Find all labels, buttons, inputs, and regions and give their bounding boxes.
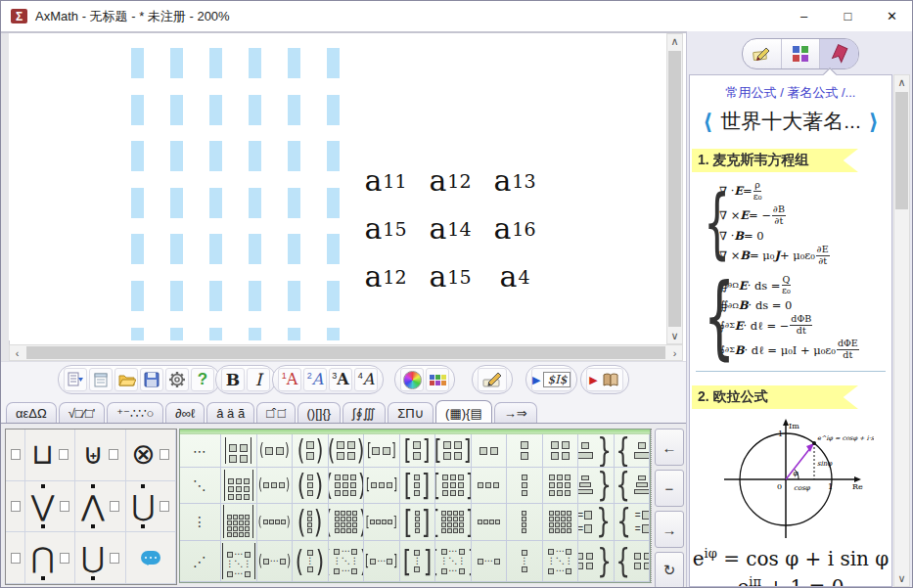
comment-bubble-button[interactable]	[126, 532, 176, 584]
placeholder-slot[interactable]	[327, 281, 340, 311]
plain-matrix-template-3[interactable]	[543, 468, 579, 503]
placeholder-slot[interactable]	[327, 328, 340, 340]
main-menu-button[interactable]	[64, 368, 87, 391]
dots-template-3[interactable]: ⋱	[180, 468, 221, 503]
placeholder-slot[interactable]	[209, 141, 222, 171]
canvas-vertical-scrollbar[interactable]: ∧ ∨	[666, 33, 683, 344]
nary-operator-template[interactable]: ⋃	[75, 532, 125, 584]
close-button[interactable]: ✕	[870, 1, 913, 31]
nary-operator-template[interactable]: ⋁	[25, 481, 75, 533]
panel-nav-back-button[interactable]: ←	[655, 429, 684, 466]
plain-row-vector-template-n[interactable]: ⋯	[472, 541, 508, 582]
placeholder-slot[interactable]	[131, 48, 144, 78]
bracket-col-vector-template-3[interactable]: []	[400, 468, 436, 503]
breadcrumb[interactable]: 常用公式 / 著名公式 /...	[690, 84, 891, 102]
placeholder-slot[interactable]	[170, 281, 183, 311]
determinant-template-4[interactable]	[221, 504, 257, 541]
determinant-template-2[interactable]	[221, 434, 257, 468]
placeholder-slot[interactable]	[131, 281, 144, 311]
matrix-entry[interactable]: a16	[482, 204, 547, 252]
euler-unit-circle-diagram[interactable]: Im Re 0 1 1 φ sinφ cosφ e^iφ = cosφ + i·…	[708, 413, 874, 542]
matrix-entry[interactable]: a13	[482, 157, 547, 204]
sidebar-scroll-thumb[interactable]	[895, 92, 908, 209]
bracket-row-vector-template-2[interactable]: []	[364, 434, 400, 468]
placeholder-slot[interactable]	[131, 141, 144, 171]
dots-template-2[interactable]: ⋯	[180, 434, 221, 468]
panel-nav-redo-button[interactable]: ↻	[655, 552, 684, 588]
placeholder-slot[interactable]	[131, 188, 144, 218]
operator-placeholder-cell[interactable]	[6, 481, 25, 533]
placeholder-slot[interactable]	[249, 141, 261, 171]
paren-col-vector-template-3[interactable]: ()	[293, 468, 329, 503]
font-style-3-button[interactable]: 3 A	[329, 368, 352, 391]
tab-integrals[interactable]: ∫∮∭	[342, 402, 386, 423]
plain-col-vector-template-4[interactable]	[507, 504, 543, 541]
bold-button[interactable]: B	[221, 368, 245, 391]
left-brace-cases-template-4[interactable]: {==	[615, 504, 651, 541]
maxwell-integral-equations[interactable]: { ∯∂Ω E · ds = Qε₀∯∂Ω B · ds = 0∮∂Σ E · …	[704, 275, 891, 362]
tex-input-button[interactable]: ▶ $I$	[531, 368, 571, 391]
placeholder-slot[interactable]	[170, 48, 183, 78]
collection-title[interactable]: 世界十大著名...	[720, 108, 861, 135]
plain-row-vector-template-2[interactable]	[472, 434, 508, 468]
formula-library-button[interactable]: ▶	[586, 368, 623, 391]
paren-row-vector-template-2[interactable]: ()	[257, 434, 294, 468]
bracket-col-vector-template-4[interactable]: []	[400, 504, 436, 541]
right-brace-cases-template-n[interactable]: }	[578, 541, 615, 582]
plain-matrix-template-n[interactable]: ⋯⋮⋱⋮⋯	[543, 541, 579, 582]
maximize-button[interactable]: □	[826, 1, 870, 31]
plain-col-vector-template-3[interactable]	[507, 468, 543, 503]
plain-col-vector-template-2[interactable]	[507, 434, 543, 468]
placeholder-slot[interactable]	[249, 281, 261, 311]
determinant-template-3[interactable]	[221, 468, 257, 503]
placeholder-slot[interactable]	[327, 188, 340, 218]
nary-operator-template[interactable]: ⋀	[75, 481, 125, 533]
bracket-matrix-template-2[interactable]: []	[435, 434, 472, 468]
placeholder-slot[interactable]	[288, 234, 300, 264]
placeholder-slot[interactable]	[209, 48, 222, 78]
right-brace-cases-template-2[interactable]: }	[578, 434, 615, 468]
scroll-down-icon[interactable]: ∨	[894, 571, 909, 586]
placeholder-slot[interactable]	[170, 234, 183, 264]
paren-row-vector-template-n[interactable]: (⋯)	[257, 541, 294, 582]
bracket-col-vector-template-2[interactable]: []	[400, 434, 436, 468]
tab-arrows[interactable]: →⇒	[494, 402, 537, 423]
paren-matrix-template-4[interactable]: ()	[329, 504, 365, 541]
placeholder-slot[interactable]	[131, 234, 144, 264]
placeholder-slot[interactable]	[249, 48, 261, 78]
plain-col-vector-template-n[interactable]: ⋮	[507, 541, 543, 582]
scroll-down-icon[interactable]: ∨	[667, 329, 682, 343]
euler-identity[interactable]: eiπ + 1 = 0	[690, 574, 891, 587]
tab-accents[interactable]: â ä ã	[206, 402, 254, 423]
font-style-4-button[interactable]: 4 A	[354, 368, 378, 391]
bracket-matrix-template-4[interactable]: []	[435, 504, 472, 541]
font-style-1-button[interactable]: 1 A	[278, 368, 301, 391]
placeholder-slot[interactable]	[327, 48, 340, 78]
paren-col-vector-template-n[interactable]: (⋮)	[293, 541, 329, 582]
matrix-entry[interactable]: a12	[353, 252, 418, 300]
operator-placeholder-cell[interactable]	[6, 532, 25, 584]
placeholder-slot[interactable]	[170, 95, 183, 125]
placeholder-slot[interactable]	[249, 95, 261, 125]
nary-operator-template[interactable]: ⋂	[25, 532, 75, 584]
placeholder-slot[interactable]	[131, 95, 144, 125]
handwriting-input-tab[interactable]	[743, 39, 781, 68]
paren-matrix-template-2[interactable]: ()	[329, 434, 365, 468]
bracket-row-vector-template-4[interactable]: []	[364, 504, 400, 541]
tab-greek[interactable]: αεΔΩ	[6, 402, 57, 423]
help-button[interactable]: ?	[191, 368, 214, 391]
placeholder-slot[interactable]	[209, 95, 222, 125]
vertical-scroll-thumb[interactable]	[668, 51, 681, 327]
matrix-entry[interactable]: a14	[418, 204, 482, 252]
handwriting-button[interactable]	[478, 368, 507, 391]
paren-col-vector-template-4[interactable]: ()	[293, 504, 329, 541]
bracket-col-vector-template-n[interactable]: [⋮]	[400, 541, 436, 582]
dots-template-4[interactable]: ⋮	[180, 504, 221, 541]
placeholder-slot[interactable]	[288, 188, 300, 218]
prev-collection-chevron[interactable]: ⟨	[703, 110, 712, 134]
save-button[interactable]	[140, 368, 163, 391]
plain-row-vector-template-3[interactable]	[472, 468, 508, 503]
dots-template-n[interactable]: ⋰	[180, 541, 221, 582]
nary-operator-template[interactable]: ⊔	[25, 430, 75, 481]
minimize-button[interactable]: –	[782, 1, 826, 31]
